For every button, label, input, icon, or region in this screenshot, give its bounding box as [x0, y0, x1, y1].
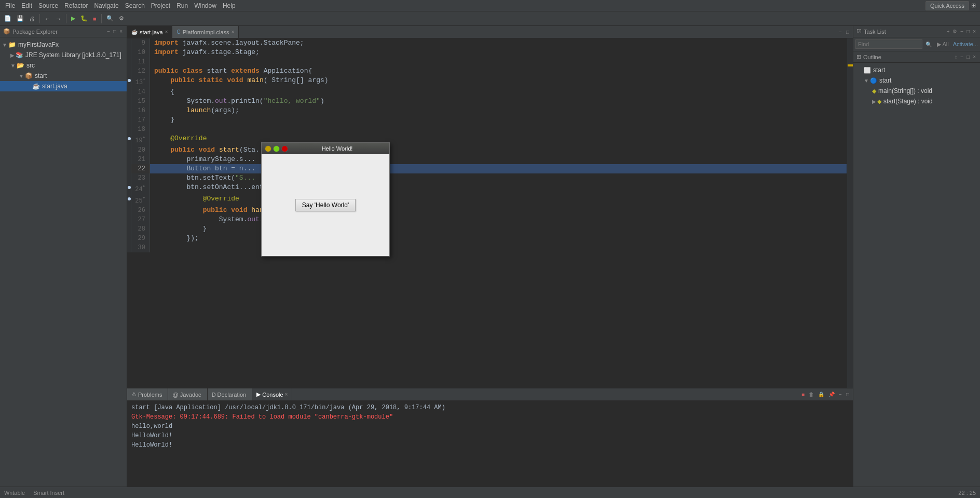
outline-item-start-class[interactable]: ⬜ start	[853, 65, 980, 75]
outline-maximize-button[interactable]: □	[965, 53, 971, 60]
tab-declaration[interactable]: D Declaration	[208, 388, 253, 400]
window-maximize-button[interactable]	[273, 145, 280, 152]
quick-access-button[interactable]: Quick Access	[925, 1, 969, 10]
console-pin-button[interactable]: 📌	[827, 391, 836, 398]
line-marker-11	[127, 57, 131, 66]
panel-maximize-button[interactable]: □	[112, 28, 117, 35]
task-list-maximize-button[interactable]: □	[965, 28, 971, 35]
window-minimize-button[interactable]	[265, 145, 271, 152]
console-maximize-button[interactable]: □	[845, 391, 851, 398]
line-content-28: }	[150, 224, 207, 234]
outline-item-main[interactable]: ◆ main(String[]) : void	[853, 86, 980, 96]
menu-file[interactable]: File	[2, 2, 18, 9]
editor-minimize-button[interactable]: −	[837, 29, 843, 35]
toolbar-save-button[interactable]: 💾	[15, 14, 26, 23]
tab-start-java[interactable]: ☕ start.java ×	[127, 26, 172, 38]
outline-icon: ⊞	[856, 53, 861, 60]
tab-problems[interactable]: ⚠ Problems	[127, 388, 168, 400]
task-list-icon: ☑	[856, 28, 862, 35]
main-area: 📦 Package Explorer − □ × ▼ 📁 myFirstJava…	[0, 26, 980, 487]
tree-item-package[interactable]: ▼ 📦 start	[0, 71, 127, 81]
toolbar-stop-button[interactable]: ■	[91, 15, 99, 23]
toolbar-search-button[interactable]: 🔍	[104, 14, 116, 23]
toolbar-new-button[interactable]: 📄	[2, 14, 13, 23]
line-number-29: 29	[131, 234, 150, 243]
tab-console[interactable]: ▶ Console ×	[252, 388, 292, 400]
console-clear-button[interactable]: 🗑	[807, 391, 815, 398]
editor-maximize-button[interactable]: □	[845, 29, 851, 35]
menu-window[interactable]: Window	[191, 2, 220, 9]
line-marker-12	[127, 66, 131, 76]
task-all-filter[interactable]: ▶ All	[935, 41, 951, 48]
line-number-21: 21	[131, 155, 150, 164]
menu-run[interactable]: Run	[173, 2, 191, 9]
tab-close-platform[interactable]: ×	[232, 29, 235, 35]
outline-item-start-method[interactable]: ▶ ◆ start(Stage) : void	[853, 96, 980, 106]
window-close-button[interactable]	[281, 145, 288, 152]
panel-close-button[interactable]: ×	[118, 28, 124, 35]
tree-item-project[interactable]: ▼ 📁 myFirstJavaFx	[0, 39, 127, 50]
outline-close-button[interactable]: ×	[972, 53, 977, 60]
menu-navigate[interactable]: Navigate	[91, 2, 121, 9]
tree-item-file[interactable]: ▶ ☕ start.java	[0, 81, 127, 91]
tab-console-close[interactable]: ×	[285, 392, 288, 397]
task-list-new-button[interactable]: +	[945, 28, 950, 35]
toolbar-back-button[interactable]: ←	[43, 15, 52, 23]
menu-source[interactable]: Source	[35, 2, 61, 9]
hello-title-bar: Hello World!	[262, 143, 389, 154]
scrollbar-overview[interactable]	[847, 38, 853, 388]
outline-header: ⊞ Outline ↕ − □ ×	[853, 51, 980, 63]
line-marker-25	[127, 194, 131, 206]
menu-search[interactable]: Search	[122, 2, 148, 9]
line-content-15: System.out.println("hello, world")	[150, 97, 324, 106]
line-number-25: 25°	[131, 194, 150, 206]
tree-item-src[interactable]: ▼ 📂 src	[0, 60, 127, 71]
console-terminate-button[interactable]: ■	[800, 391, 806, 398]
toolbar-forward-button[interactable]: →	[53, 15, 63, 23]
say-hello-button[interactable]: Say 'Hello World'	[295, 199, 356, 211]
line-content-30	[150, 243, 158, 252]
line-content-12: public class start extends Application{	[150, 66, 312, 76]
menu-edit[interactable]: Edit	[18, 2, 35, 9]
console-scroll-lock-button[interactable]: 🔒	[816, 391, 826, 398]
toolbar-restore-button[interactable]: ⊞	[969, 1, 978, 10]
task-list-title: Task List	[864, 29, 886, 35]
tab-javadoc[interactable]: @ Javadoc	[168, 388, 207, 400]
line-marker-23	[127, 173, 131, 183]
line-number-19: 19°	[131, 134, 150, 145]
status-bar: Writable Smart Insert 22 : 25	[0, 487, 980, 498]
toolbar-print-button[interactable]: 🖨	[27, 15, 37, 23]
outline-arrow-1: ▼	[864, 78, 869, 84]
menu-refactor[interactable]: Refactor	[61, 2, 91, 9]
panel-minimize-button[interactable]: −	[106, 28, 111, 35]
hello-window-content: Say 'Hello World'	[262, 154, 389, 256]
outline-minimize-button[interactable]: −	[959, 53, 964, 60]
jre-arrow-icon: ▶	[10, 52, 15, 58]
toolbar-settings-button[interactable]: ⚙	[117, 14, 126, 23]
line-marker-28	[127, 224, 131, 234]
task-list-close-button[interactable]: ×	[972, 28, 977, 35]
menu-project[interactable]: Project	[148, 2, 173, 9]
toolbar-debug-button[interactable]: 🐛	[78, 14, 90, 23]
toolbar-run-button[interactable]: ▶	[69, 14, 77, 23]
warning-indicator	[848, 64, 853, 66]
line-content-13: public static void main( String[] args)	[150, 76, 329, 87]
task-search-input[interactable]	[855, 39, 922, 49]
code-line-15: 15 System.out.println("hello, world")	[127, 97, 853, 106]
tab-close-start[interactable]: ×	[165, 29, 168, 35]
outline-item-start-nested[interactable]: ▼ 🔵 start	[853, 75, 980, 86]
console-minimize-button[interactable]: −	[837, 391, 843, 398]
tab-javadoc-label: Javadoc	[180, 392, 201, 398]
task-list-settings-button[interactable]: ⚙	[951, 28, 958, 35]
task-list-minimize-button[interactable]: −	[959, 28, 964, 35]
menu-help[interactable]: Help	[220, 2, 239, 9]
task-search-button[interactable]: 🔍	[924, 41, 933, 48]
task-activate-link[interactable]: Activate...	[953, 41, 978, 47]
code-line-26: 26 public void handle(ActionEvent event)…	[127, 206, 853, 215]
package-explorer-panel: 📦 Package Explorer − □ × ▼ 📁 myFirstJava…	[0, 26, 127, 487]
tab-platform-impl[interactable]: C PlatformImpl.class ×	[172, 26, 239, 38]
outline-sort-button[interactable]: ↕	[954, 53, 958, 60]
tree-item-jre[interactable]: ▶ 📚 JRE System Library [jdk1.8.0_171]	[0, 50, 127, 60]
code-editor[interactable]: 9 import javafx.scene.layout.StackPane; …	[127, 38, 853, 388]
console-icon: ▶	[256, 391, 261, 398]
